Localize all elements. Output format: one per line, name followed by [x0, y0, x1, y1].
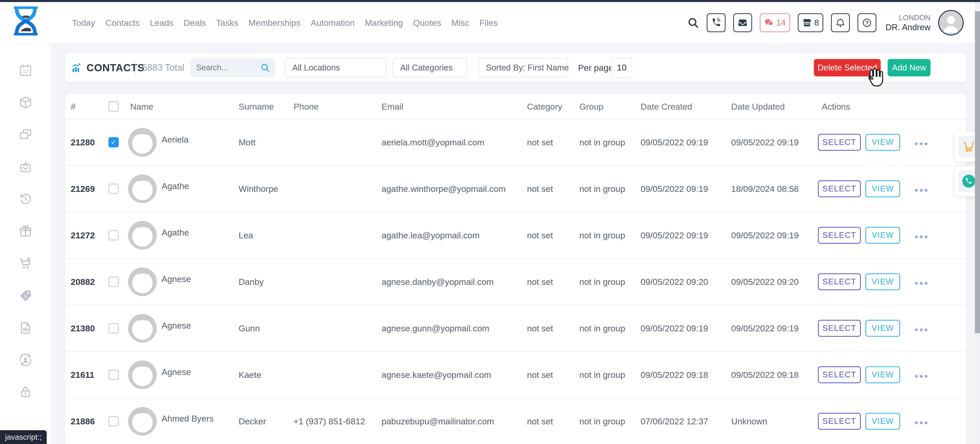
store-button[interactable]: 8	[798, 13, 823, 32]
contact-email: agathe.lea@yopmail.com	[382, 230, 479, 240]
select-button[interactable]: SELECT	[818, 320, 861, 337]
store-icon	[802, 18, 812, 27]
row-menu-ellipsis[interactable]	[915, 417, 929, 426]
add-new-button[interactable]: Add New	[888, 59, 931, 77]
scrollbar-thumb[interactable]	[975, 11, 980, 333]
contact-avatar	[128, 128, 157, 157]
sidebar-item-duplicates[interactable]	[18, 128, 33, 142]
view-button[interactable]: VIEW	[865, 227, 900, 244]
contact-avatar	[128, 267, 157, 296]
nav-item-automation[interactable]: Automation	[311, 18, 355, 28]
row-menu-ellipsis[interactable]	[915, 323, 929, 334]
table-header-row: # Name Surname Phone Email Category Grou…	[65, 94, 966, 119]
view-button[interactable]: VIEW	[865, 273, 900, 290]
sidebar-item-reports[interactable]	[18, 321, 33, 335]
row-checkbox[interactable]	[108, 370, 119, 380]
contact-date-updated: Unknown	[731, 417, 767, 426]
header-date-updated: Date Updated	[731, 101, 785, 112]
status-bar-link-tooltip: javascript:;	[0, 430, 47, 444]
contact-date-updated: 09/05/2022 09:20	[731, 277, 799, 287]
contact-id: 21886	[71, 417, 95, 426]
contact-group: not in group	[579, 370, 625, 380]
nav-item-files[interactable]: Files	[479, 18, 498, 28]
sort-filter[interactable]: Sorted By: First Name	[478, 58, 568, 77]
contact-surname: Lea	[239, 230, 253, 240]
search-input[interactable]	[196, 63, 260, 73]
table-row: 20882 Agnese Danby agnese.danby@yopmail.…	[65, 259, 966, 305]
inbox-icon	[738, 18, 748, 27]
row-menu-ellipsis[interactable]	[915, 137, 929, 147]
row-menu-ellipsis[interactable]	[915, 230, 929, 240]
table-row: 21280 ✓ Aeriela Mott aeriela.mott@yopmai…	[65, 119, 966, 166]
select-button[interactable]: SELECT	[818, 273, 861, 290]
view-button[interactable]: VIEW	[865, 366, 900, 383]
search-submit-icon[interactable]	[260, 63, 270, 73]
row-menu-ellipsis[interactable]	[915, 370, 929, 380]
phone-icon	[711, 18, 721, 27]
cart-icon	[962, 140, 975, 153]
locations-filter[interactable]: All Locations	[285, 58, 386, 77]
user-avatar[interactable]	[938, 10, 964, 35]
contact-first-name: Agathe	[162, 228, 189, 238]
header-name: Name	[130, 101, 153, 112]
sidebar-item-rewards[interactable]	[18, 224, 33, 238]
row-checkbox[interactable]	[108, 277, 119, 287]
select-button[interactable]: SELECT	[818, 227, 861, 244]
sidebar-item-user-sync[interactable]	[18, 353, 33, 367]
contact-id: 21269	[71, 184, 95, 194]
row-menu-ellipsis[interactable]	[915, 184, 929, 194]
row-checkbox[interactable]	[108, 230, 119, 240]
svg-text:12: 12	[23, 69, 28, 74]
sidebar-item-packages[interactable]	[18, 95, 33, 110]
sidebar-item-history[interactable]	[18, 192, 33, 206]
table-row: 21272 Agathe Lea agathe.lea@yopmail.com …	[65, 212, 966, 259]
nav-item-today[interactable]: Today	[72, 18, 95, 28]
contact-avatar	[128, 221, 157, 249]
search-icon[interactable]	[687, 17, 699, 29]
nav-item-contacts[interactable]: Contacts	[105, 18, 140, 28]
row-checkbox[interactable]	[108, 323, 119, 334]
contacts-search	[191, 58, 275, 77]
row-checkbox[interactable]: ✓	[108, 137, 119, 147]
chat-button[interactable]: 14	[760, 13, 790, 32]
select-button[interactable]: SELECT	[818, 366, 861, 383]
contact-email: agathe.winthorpe@yopmail.com	[382, 184, 506, 194]
app-logo-hourglass-icon[interactable]	[12, 6, 40, 36]
row-menu-ellipsis[interactable]	[915, 277, 929, 287]
nav-item-deals[interactable]: Deals	[184, 18, 206, 28]
help-button[interactable]: ?	[858, 13, 877, 32]
row-checkbox[interactable]	[108, 184, 119, 194]
per-page-select[interactable]: 10	[611, 57, 632, 78]
person-avatar-icon	[128, 361, 157, 389]
contact-date-created: 09/05/2022 09:19	[641, 323, 708, 334]
select-all-checkbox[interactable]	[108, 101, 119, 112]
nav-item-marketing[interactable]: Marketing	[365, 18, 403, 28]
row-checkbox[interactable]	[108, 416, 119, 426]
page-scrollbar[interactable]	[975, 2, 980, 444]
nav-item-quotes[interactable]: Quotes	[413, 18, 441, 28]
nav-item-memberships[interactable]: Memberships	[248, 18, 301, 28]
per-page-label: Per page	[578, 62, 613, 73]
sidebar-item-security[interactable]	[18, 385, 33, 399]
nav-item-tasks[interactable]: Tasks	[216, 18, 239, 28]
notifications-button[interactable]	[831, 13, 850, 32]
select-button[interactable]: SELECT	[818, 413, 861, 430]
nav-item-misc[interactable]: Misc	[451, 18, 469, 28]
user-info[interactable]: LONDON DR. Andrew	[886, 13, 931, 32]
nav-item-leads[interactable]: Leads	[150, 18, 173, 28]
select-button[interactable]: SELECT	[818, 134, 861, 151]
inbox-button[interactable]	[733, 13, 752, 32]
sidebar-item-pricing[interactable]: $	[18, 288, 33, 303]
view-button[interactable]: VIEW	[865, 180, 900, 197]
view-button[interactable]: VIEW	[865, 320, 900, 337]
categories-filter[interactable]: All Categories	[393, 58, 467, 77]
sidebar-item-cart-settings[interactable]	[18, 256, 33, 270]
sidebar-item-calendar[interactable]: 12	[18, 63, 33, 77]
delete-selected-button[interactable]: Delete Selected	[814, 59, 881, 77]
select-button[interactable]: SELECT	[818, 180, 861, 197]
phone-button[interactable]	[707, 13, 725, 32]
divider	[135, 59, 136, 76]
sidebar-item-orders[interactable]	[18, 160, 33, 174]
view-button[interactable]: VIEW	[865, 413, 900, 430]
view-button[interactable]: VIEW	[865, 134, 900, 151]
